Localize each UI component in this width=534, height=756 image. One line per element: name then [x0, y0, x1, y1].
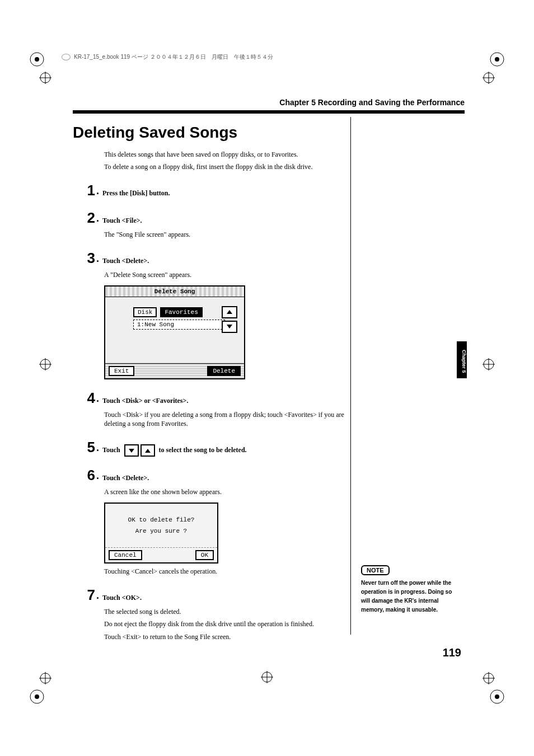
- cancel-button[interactable]: Cancel: [109, 550, 142, 560]
- step-instruction: Press the [Disk] button.: [102, 189, 170, 198]
- intro-line: To delete a song on a floppy disk, first…: [104, 162, 347, 172]
- intro-line: This deletes songs that have been saved …: [104, 149, 347, 159]
- step-sub: Touch <Exit> to return to the Song File …: [104, 632, 347, 642]
- crosshair-icon: [483, 72, 495, 84]
- reg-mark-bottom-right: [489, 689, 505, 705]
- exit-button[interactable]: Exit: [109, 366, 134, 376]
- reg-mark-top-left: [29, 51, 45, 67]
- tab-disk[interactable]: Disk: [133, 307, 157, 317]
- step-number: 5: [73, 439, 95, 456]
- note-block: NOTE Never turn off the power while the …: [361, 565, 462, 614]
- step-3: 3. Touch <Delete>.: [73, 250, 347, 267]
- crosshair-icon: [39, 672, 51, 684]
- down-arrow-icon: [124, 444, 139, 457]
- svg-point-7: [495, 694, 499, 699]
- step-5: 5. Touch to select the song to be delete…: [73, 439, 347, 457]
- scroll-down-button[interactable]: [222, 321, 237, 333]
- step-number: 4: [73, 389, 95, 407]
- title-rule: [73, 110, 465, 114]
- step-sub: Do not eject the floppy disk from the di…: [104, 619, 347, 629]
- page-number: 119: [443, 646, 461, 659]
- step-number: 3: [73, 250, 95, 267]
- svg-point-1: [35, 57, 39, 62]
- step-instruction: Touch <Delete>.: [102, 474, 149, 482]
- step-7: 7. Touch <OK>.: [73, 586, 347, 604]
- step-sub: A screen like the one shown below appear…: [104, 487, 347, 497]
- crosshair-icon: [483, 672, 495, 684]
- dialog-line1: OK to delete file?: [107, 515, 215, 526]
- page-oval-icon: [62, 54, 71, 60]
- delete-button[interactable]: Delete: [207, 366, 241, 376]
- screen-title: Delete Song: [105, 287, 244, 297]
- step-instr-pre: Touch: [102, 446, 122, 454]
- step-instruction: Touch <OK>.: [102, 594, 142, 602]
- cancel-note: Touching <Cancel> cancels the operation.: [104, 567, 347, 576]
- step-sub: The selected song is deleted.: [104, 607, 347, 617]
- step-instruction: Touch <Delete>.: [102, 257, 149, 265]
- svg-point-3: [495, 57, 499, 62]
- note-badge: NOTE: [361, 565, 390, 575]
- step-number: 2: [73, 209, 95, 227]
- scroll-up-button[interactable]: [222, 306, 237, 318]
- step-6: 6. Touch <Delete>.: [73, 467, 347, 484]
- step-instruction: Touch <Disk> or <Favorites>.: [102, 397, 188, 405]
- step-1: 1. Press the [Disk] button.: [73, 182, 347, 199]
- svg-point-5: [35, 694, 39, 699]
- reg-mark-bottom-left: [29, 689, 45, 705]
- intro-block: This deletes songs that have been saved …: [104, 149, 347, 172]
- step-2: 2. Touch <File>.: [73, 209, 347, 227]
- step-sub: The "Song File screen" appears.: [104, 230, 347, 240]
- crosshair-icon: [39, 72, 51, 84]
- step-instruction: Touch to select the song to be deleted.: [102, 444, 247, 457]
- step-sub: A "Delete Song screen" appears.: [104, 270, 347, 280]
- up-arrow-icon: [140, 444, 155, 457]
- dialog-line2: Are you sure ?: [107, 526, 215, 537]
- delete-song-screen: Delete Song Disk Favorites 1:New Song Ex…: [104, 285, 245, 379]
- confirm-dialog: OK to delete file? Are you sure ? Cancel…: [104, 503, 218, 564]
- song-list-item[interactable]: 1:New Song: [133, 320, 225, 330]
- step-4: 4. Touch <Disk> or <Favorites>.: [73, 389, 347, 407]
- step-sub: Touch <Disk> if you are deleting a song …: [104, 410, 347, 429]
- crosshair-icon: [39, 358, 51, 370]
- crosshair-icon: [261, 671, 273, 683]
- reg-mark-top-right: [489, 51, 505, 67]
- tab-favorites[interactable]: Favorites: [160, 307, 202, 317]
- page-content: Chapter 5 Recording and Saving the Perfo…: [73, 98, 465, 642]
- section-title: Deleting Saved Songs: [73, 124, 347, 142]
- crosshair-icon: [483, 358, 495, 370]
- print-header: KR-17_15_e.book 119 ページ ２００４年１２月６日 月曜日 午…: [62, 53, 273, 61]
- step-instruction: Touch <File>.: [102, 217, 142, 225]
- step-number: 7: [73, 586, 95, 604]
- step-number: 6: [73, 467, 95, 484]
- header-text: KR-17_15_e.book 119 ページ ２００４年１２月６日 月曜日 午…: [74, 53, 273, 61]
- step-number: 1: [73, 182, 95, 199]
- chapter-title: Chapter 5 Recording and Saving the Perfo…: [73, 98, 465, 107]
- step-instr-post: to select the song to be deleted.: [159, 446, 247, 454]
- note-text: Never turn off the power while the opera…: [361, 579, 462, 614]
- ok-button[interactable]: OK: [195, 550, 214, 560]
